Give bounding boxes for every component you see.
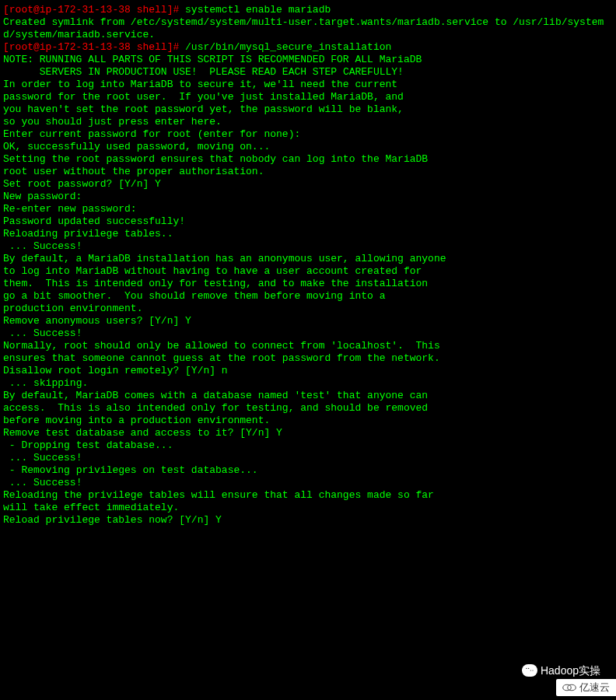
terminal-line: Remove anonymous users? [Y/n] Y <box>3 315 613 327</box>
shell-output-text: ... skipping. <box>3 377 88 389</box>
terminal-line: SERVERS IN PRODUCTION USE! PLEASE READ E… <box>3 66 613 79</box>
shell-command: systemctl enable mariadb <box>185 4 331 16</box>
shell-output-text: to log into MariaDB without having to ha… <box>3 265 422 277</box>
shell-output-text: - Dropping test database... <box>3 439 173 451</box>
terminal-line: Disallow root login remotely? [Y/n] n <box>3 365 613 377</box>
brand-logo-icon <box>562 682 576 693</box>
terminal-line: Reloading privilege tables.. <box>3 228 613 240</box>
brand-watermark-text: 亿速云 <box>579 681 610 694</box>
terminal-line: production environment. <box>3 303 613 315</box>
shell-output-text: password for the root user. If you've ju… <box>3 91 404 103</box>
svg-point-1 <box>529 668 534 674</box>
wechat-watermark-text: Hadoop实操 <box>541 664 600 677</box>
brand-watermark: 亿速云 <box>556 679 616 696</box>
terminal-line: By default, MariaDB comes with a databas… <box>3 390 613 402</box>
terminal-line: access. This is also intended only for t… <box>3 402 613 415</box>
terminal-line: In order to log into MariaDB to secure i… <box>3 79 613 91</box>
shell-command: /usr/bin/mysql_secure_installation <box>185 41 391 53</box>
shell-output-text: Re-enter new password: <box>3 203 137 215</box>
terminal-line: ... skipping. <box>3 377 613 390</box>
shell-output-text: ... Success! <box>3 327 82 339</box>
shell-output-text: New password: <box>3 191 82 202</box>
terminal-line: Normally, root should only be allowed to… <box>3 340 613 352</box>
shell-output-text: root user without the proper authorisati… <box>3 166 264 177</box>
svg-point-4 <box>530 670 531 670</box>
shell-output-text: Password updated successfully! <box>3 215 185 227</box>
terminal-line: [root@ip-172-31-13-38 shell]# /usr/bin/m… <box>3 41 613 54</box>
shell-output-text: Reloading privilege tables.. <box>3 228 173 240</box>
shell-output-text: production environment. <box>3 303 142 314</box>
svg-point-6 <box>563 684 572 691</box>
terminal-line: to log into MariaDB without having to ha… <box>3 265 613 278</box>
shell-output-text: Set root password? [Y/n] Y <box>3 178 161 190</box>
terminal-line: NOTE: RUNNING ALL PARTS OF THIS SCRIPT I… <box>3 54 613 66</box>
shell-output-text: SERVERS IN PRODUCTION USE! PLEASE READ E… <box>3 66 404 78</box>
shell-output-text: ... Success! <box>3 240 82 252</box>
terminal-line: ... Success! <box>3 477 613 489</box>
terminal-line: them. This is intended only for testing,… <box>3 278 613 290</box>
terminal-line: will take effect immediately. <box>3 502 613 514</box>
terminal-line: go a bit smoother. You should remove the… <box>3 290 613 303</box>
terminal-line: ... Success! <box>3 452 613 464</box>
shell-output-text: Reloading the privilege tables will ensu… <box>3 489 434 501</box>
terminal-line: password for the root user. If you've ju… <box>3 91 613 103</box>
shell-output-text: ensures that someone cannot guess at the… <box>3 352 440 364</box>
wechat-watermark: Hadoop实操 <box>522 664 600 677</box>
terminal-line: root user without the proper authorisati… <box>3 166 613 178</box>
shell-output-text: Created symlink from /etc/systemd/system… <box>3 16 604 40</box>
shell-output-text: go a bit smoother. You should remove the… <box>3 290 385 302</box>
terminal-line: - Dropping test database... <box>3 439 613 452</box>
terminal-line: Created symlink from /etc/systemd/system… <box>3 16 613 41</box>
shell-output-text: ... Success! <box>3 477 82 488</box>
shell-output-text: access. This is also intended only for t… <box>3 402 428 414</box>
terminal-line: before moving into a production environm… <box>3 415 613 427</box>
svg-point-5 <box>532 670 533 670</box>
terminal-line: Re-enter new password: <box>3 203 613 215</box>
terminal-line: ... Success! <box>3 327 613 340</box>
shell-output-text: Reload privilege tables now? [Y/n] Y <box>3 514 222 526</box>
terminal-line: ensures that someone cannot guess at the… <box>3 352 613 365</box>
shell-output-text: In order to log into MariaDB to secure i… <box>3 79 397 90</box>
shell-output-text: them. This is intended only for testing,… <box>3 278 428 289</box>
shell-output-text: Remove anonymous users? [Y/n] Y <box>3 315 191 327</box>
shell-output-text: ... Success! <box>3 452 82 464</box>
terminal-line: Reload privilege tables now? [Y/n] Y <box>3 514 613 527</box>
terminal-line: Password updated successfully! <box>3 215 613 228</box>
shell-output-text: Disallow root login remotely? [Y/n] n <box>3 365 228 376</box>
terminal-line: New password: <box>3 191 613 203</box>
svg-point-7 <box>568 684 576 691</box>
shell-output-text: you haven't set the root password yet, t… <box>3 103 404 115</box>
terminal-line: [root@ip-172-31-13-38 shell]# systemctl … <box>3 4 613 16</box>
shell-output-text: - Removing privileges on test database..… <box>3 464 258 476</box>
wechat-icon <box>522 664 537 677</box>
shell-output-text: Normally, root should only be allowed to… <box>3 340 440 352</box>
terminal-line: - Removing privileges on test database..… <box>3 464 613 477</box>
shell-output-text: so you should just press enter here. <box>3 116 222 128</box>
shell-output-text: will take effect immediately. <box>3 502 179 513</box>
svg-point-3 <box>528 668 529 669</box>
shell-output-text: Enter current password for root (enter f… <box>3 128 300 140</box>
shell-output-text: By default, a MariaDB installation has a… <box>3 253 446 264</box>
terminal-line: Enter current password for root (enter f… <box>3 128 613 141</box>
shell-prompt: [root@ip-172-31-13-38 shell]# <box>3 41 185 53</box>
terminal-line: you haven't set the root password yet, t… <box>3 103 613 116</box>
terminal-line: Set root password? [Y/n] Y <box>3 178 613 191</box>
shell-output-text: Setting the root password ensures that n… <box>3 153 428 165</box>
shell-output-text: before moving into a production environm… <box>3 415 270 426</box>
terminal-line: Setting the root password ensures that n… <box>3 153 613 166</box>
shell-output-text: OK, successfully used password, moving o… <box>3 141 270 152</box>
terminal-line: OK, successfully used password, moving o… <box>3 141 613 153</box>
shell-output-text: Remove test database and access to it? [… <box>3 427 282 439</box>
terminal-line: ... Success! <box>3 240 613 253</box>
svg-point-2 <box>526 668 527 669</box>
terminal-output[interactable]: [root@ip-172-31-13-38 shell]# systemctl … <box>3 4 613 527</box>
shell-output-text: By default, MariaDB comes with a databas… <box>3 390 428 401</box>
terminal-line: Remove test database and access to it? [… <box>3 427 613 439</box>
terminal-line: By default, a MariaDB installation has a… <box>3 253 613 265</box>
terminal-line: Reloading the privilege tables will ensu… <box>3 489 613 502</box>
shell-output-text: NOTE: RUNNING ALL PARTS OF THIS SCRIPT I… <box>3 54 422 65</box>
terminal-line: so you should just press enter here. <box>3 116 613 128</box>
shell-prompt: [root@ip-172-31-13-38 shell]# <box>3 4 185 16</box>
